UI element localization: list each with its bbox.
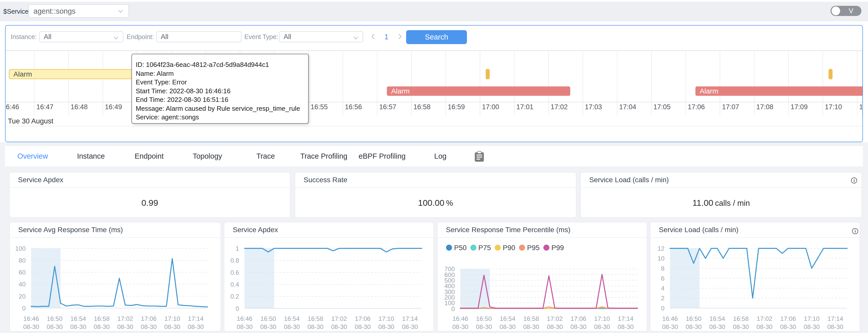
- x-tick-date: 08-30: [594, 323, 610, 330]
- tab-endpoint[interactable]: Endpoint: [135, 146, 164, 167]
- timeline-event-error[interactable]: Alarm: [387, 86, 570, 96]
- x-tick-label: 17:02: [547, 315, 563, 322]
- y-tick-label: 0.8: [230, 257, 239, 264]
- x-tick-label: 17:06: [355, 315, 370, 322]
- y-tick-label: 100: [15, 245, 26, 252]
- event-type-select[interactable]: All: [279, 31, 363, 42]
- y-tick-label: 8: [661, 265, 665, 272]
- y-tick-label: 40: [19, 281, 26, 288]
- x-tick-date: 08-30: [523, 323, 539, 330]
- x-tick-date: 08-30: [686, 323, 702, 330]
- x-tick-date: 08-30: [402, 323, 418, 330]
- event-label: Alarm: [391, 87, 410, 95]
- info-icon[interactable]: [851, 177, 857, 184]
- legend-dot[interactable]: [446, 245, 452, 251]
- timeline-event-dot[interactable]: [486, 69, 490, 79]
- x-tick-label: 16:58: [733, 315, 749, 322]
- tab-ebpf-profiling[interactable]: eBPF Profiling: [359, 146, 405, 167]
- service-select-value: agent::songs: [33, 5, 75, 18]
- chevron-down-icon: [113, 35, 119, 41]
- y-tick-label: 0: [22, 305, 26, 312]
- timeline-tick-label: 17:00: [482, 103, 499, 111]
- x-tick-date: 08-30: [164, 323, 180, 330]
- tab-instance[interactable]: Instance: [77, 146, 105, 167]
- line-chart[interactable]: 00.20.40.60.8116:4608-3016:5008-3016:540…: [224, 223, 433, 331]
- tab-log[interactable]: Log: [434, 146, 446, 167]
- kpi-value: 11.00 calls / min: [581, 198, 861, 208]
- y-tick-label: 700: [444, 266, 455, 272]
- chart-card-service-apdex: Service Apdex 00.20.40.60.8116:4608-3016…: [224, 222, 434, 331]
- legend-label[interactable]: P75: [478, 244, 491, 252]
- event-tooltip: ID: 1064f23a-6eac-4812-a7cd-5d9a84d944c1…: [131, 54, 309, 124]
- x-tick-date: 08-30: [827, 323, 843, 330]
- timeline-tick-label: 16:47: [36, 103, 54, 111]
- x-tick-label: 17:06: [780, 315, 796, 322]
- y-tick-label: 6: [661, 275, 665, 282]
- tooltip-line: Service: agent::songs: [136, 113, 308, 122]
- chart-card-avg-response-time: Service Avg Response Time (ms) 020406080…: [9, 222, 221, 331]
- kpi-card-service-load: Service Load (calls / min) 11.00 calls /…: [580, 172, 862, 218]
- legend-label[interactable]: P95: [527, 244, 539, 252]
- card-header: Service Load (calls / min): [581, 173, 861, 188]
- x-tick-label: 16:54: [710, 315, 725, 322]
- y-tick-label: 0: [661, 305, 665, 312]
- legend-label[interactable]: P90: [503, 244, 515, 252]
- timeline-tick-label: 16:56: [345, 103, 362, 111]
- y-tick-label: 4: [661, 285, 665, 292]
- kpi-card-service-apdex: Service Apdex 0.99: [9, 172, 290, 218]
- tab-topology[interactable]: Topology: [193, 146, 222, 167]
- timeline-tick-label: 16:59: [448, 103, 465, 111]
- endpoint-input[interactable]: All: [156, 31, 242, 42]
- search-button[interactable]: Search: [406, 30, 467, 44]
- line-chart[interactable]: 010020030040050060070016:4608-3016:5008-…: [438, 223, 647, 331]
- page-number[interactable]: 1: [382, 31, 390, 42]
- tooltip-line: Message: Alarm caused by Rule service_re…: [136, 104, 308, 113]
- timeline-event-error[interactable]: Alarm: [695, 86, 862, 96]
- clipboard-icon[interactable]: [474, 151, 485, 162]
- service-select[interactable]: agent::songs: [28, 4, 129, 18]
- x-tick-date: 08-30: [46, 323, 63, 330]
- x-tick-label: 16:46: [23, 315, 39, 322]
- prev-page-button[interactable]: [369, 33, 377, 40]
- legend-dot[interactable]: [470, 245, 476, 251]
- timeline-tick-label: 17:07: [722, 103, 739, 111]
- timeline-event-dot[interactable]: [829, 69, 833, 79]
- x-tick-date: 08-30: [662, 323, 678, 330]
- x-tick-date: 08-30: [23, 323, 39, 330]
- y-tick-label: 20: [19, 293, 26, 300]
- y-tick-label: 0.6: [230, 269, 239, 276]
- timeline-tick-label: 17:02: [551, 103, 568, 111]
- tab-overview[interactable]: Overview: [18, 146, 48, 167]
- legend-dot[interactable]: [495, 245, 501, 251]
- timeline-tick-label: 16:49: [105, 103, 122, 111]
- tab-trace-profiling[interactable]: Trace Profiling: [300, 146, 347, 167]
- skywalking-dashboard: $Service agent::songs V Instance: All En…: [0, 0, 868, 333]
- version-toggle[interactable]: V: [831, 6, 861, 16]
- timeline-tick-label: 17:03: [585, 103, 602, 111]
- tab-trace[interactable]: Trace: [256, 146, 275, 167]
- x-tick-label: 16:54: [500, 315, 516, 322]
- card-header: Service Apdex: [10, 173, 290, 188]
- legend-label[interactable]: P99: [552, 244, 564, 252]
- line-chart[interactable]: 02468101216:4608-3016:5008-3016:5408-301…: [650, 223, 860, 331]
- timeline-tick-label: 17:04: [619, 103, 636, 111]
- timeline-tick-label: 16:46: [6, 103, 19, 111]
- line-chart[interactable]: 02040608010016:4608-3016:5008-3016:5408-…: [10, 223, 221, 331]
- legend-dot[interactable]: [519, 245, 525, 251]
- x-tick-label: 17:02: [118, 315, 133, 322]
- instance-select[interactable]: All: [39, 31, 123, 42]
- legend-label[interactable]: P50: [454, 244, 466, 252]
- x-tick-date: 08-30: [260, 323, 276, 330]
- x-tick-label: 17:02: [331, 315, 347, 322]
- next-page-button[interactable]: [396, 33, 404, 40]
- x-tick-date: 08-30: [618, 323, 633, 330]
- y-tick-label: 0.4: [230, 281, 239, 288]
- x-tick-label: 16:46: [662, 315, 678, 322]
- y-tick-label: 80: [19, 257, 26, 264]
- tooltip-line: Start Time: 2022-08-30 16:46:16: [136, 87, 308, 95]
- legend-dot[interactable]: [544, 245, 550, 251]
- x-tick-label: 16:50: [260, 315, 276, 322]
- y-tick-label: 12: [658, 245, 665, 252]
- kpi-value: 100.00 %: [295, 198, 576, 208]
- timeline-tick-label: 16:57: [379, 103, 396, 111]
